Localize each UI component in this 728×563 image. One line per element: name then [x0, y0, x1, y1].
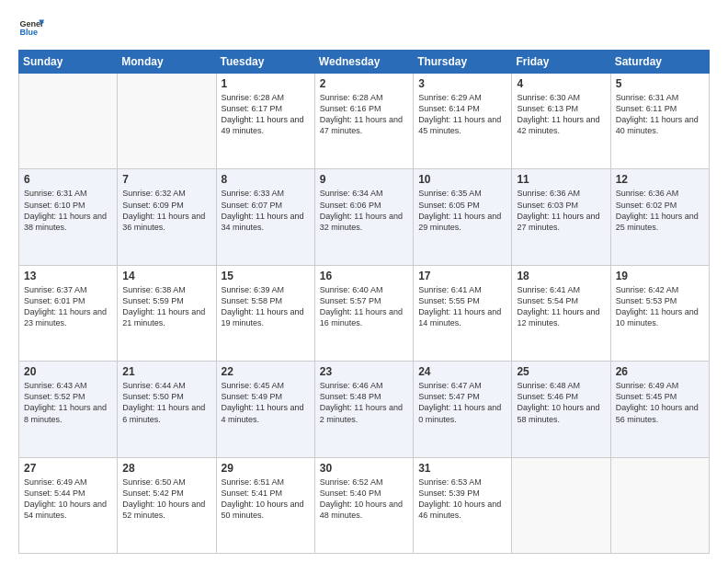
day-number: 23: [320, 365, 408, 378]
day-number: 16: [320, 270, 408, 282]
calendar-cell: 7Sunrise: 6:32 AM Sunset: 6:09 PM Daylig…: [118, 169, 216, 265]
calendar-cell: 17Sunrise: 6:41 AM Sunset: 5:55 PM Dayli…: [414, 265, 512, 361]
day-number: 15: [222, 270, 310, 282]
day-number: 20: [24, 365, 112, 378]
calendar-table: SundayMondayTuesdayWednesdayThursdayFrid…: [18, 50, 710, 554]
calendar-cell: 5Sunrise: 6:31 AM Sunset: 6:11 PM Daylig…: [610, 74, 709, 169]
cell-info: Sunrise: 6:51 AM Sunset: 5:41 PM Dayligh…: [222, 477, 310, 522]
day-number: 10: [418, 173, 506, 186]
calendar-week-row: 20Sunrise: 6:43 AM Sunset: 5:52 PM Dayli…: [19, 362, 710, 457]
day-number: 18: [517, 270, 605, 282]
cell-info: Sunrise: 6:41 AM Sunset: 5:55 PM Dayligh…: [418, 284, 506, 329]
cell-info: Sunrise: 6:28 AM Sunset: 6:16 PM Dayligh…: [320, 92, 408, 137]
col-header-wednesday: Wednesday: [314, 51, 413, 74]
col-header-tuesday: Tuesday: [216, 51, 314, 74]
col-header-sunday: Sunday: [19, 51, 118, 74]
cell-info: Sunrise: 6:28 AM Sunset: 6:17 PM Dayligh…: [222, 92, 310, 137]
cell-info: Sunrise: 6:48 AM Sunset: 5:46 PM Dayligh…: [517, 380, 605, 425]
day-number: 26: [616, 365, 704, 378]
cell-info: Sunrise: 6:29 AM Sunset: 6:14 PM Dayligh…: [418, 92, 506, 137]
cell-info: Sunrise: 6:41 AM Sunset: 5:54 PM Dayligh…: [517, 284, 605, 329]
day-number: 24: [418, 365, 506, 378]
cell-info: Sunrise: 6:49 AM Sunset: 5:44 PM Dayligh…: [24, 477, 112, 522]
calendar-cell: 27Sunrise: 6:49 AM Sunset: 5:44 PM Dayli…: [19, 457, 118, 553]
calendar-cell: 9Sunrise: 6:34 AM Sunset: 6:06 PM Daylig…: [314, 169, 413, 265]
cell-info: Sunrise: 6:37 AM Sunset: 6:01 PM Dayligh…: [24, 284, 112, 329]
calendar-week-row: 13Sunrise: 6:37 AM Sunset: 6:01 PM Dayli…: [19, 265, 710, 361]
calendar-cell: 23Sunrise: 6:46 AM Sunset: 5:48 PM Dayli…: [314, 362, 413, 457]
day-number: 19: [616, 270, 704, 282]
cell-info: Sunrise: 6:49 AM Sunset: 5:45 PM Dayligh…: [616, 380, 704, 425]
cell-info: Sunrise: 6:45 AM Sunset: 5:49 PM Dayligh…: [222, 380, 310, 425]
cell-info: Sunrise: 6:47 AM Sunset: 5:47 PM Dayligh…: [418, 380, 506, 425]
cell-info: Sunrise: 6:44 AM Sunset: 5:50 PM Dayligh…: [122, 380, 210, 425]
calendar-cell: 13Sunrise: 6:37 AM Sunset: 6:01 PM Dayli…: [19, 265, 118, 361]
cell-info: Sunrise: 6:31 AM Sunset: 6:11 PM Dayligh…: [616, 92, 704, 137]
calendar-cell: 26Sunrise: 6:49 AM Sunset: 5:45 PM Dayli…: [610, 362, 709, 457]
day-number: 21: [122, 365, 210, 378]
day-number: 4: [517, 77, 605, 90]
calendar-header-row: SundayMondayTuesdayWednesdayThursdayFrid…: [19, 51, 710, 74]
logo-icon: General Blue: [18, 15, 44, 40]
calendar-cell: 6Sunrise: 6:31 AM Sunset: 6:10 PM Daylig…: [19, 169, 118, 265]
calendar-cell: 11Sunrise: 6:36 AM Sunset: 6:03 PM Dayli…: [512, 169, 610, 265]
calendar-cell: 25Sunrise: 6:48 AM Sunset: 5:46 PM Dayli…: [512, 362, 610, 457]
logo: General Blue: [18, 15, 48, 40]
calendar-cell: 24Sunrise: 6:47 AM Sunset: 5:47 PM Dayli…: [414, 362, 512, 457]
cell-info: Sunrise: 6:35 AM Sunset: 6:05 PM Dayligh…: [418, 188, 506, 233]
cell-info: Sunrise: 6:31 AM Sunset: 6:10 PM Dayligh…: [24, 188, 112, 233]
cell-info: Sunrise: 6:38 AM Sunset: 5:59 PM Dayligh…: [122, 284, 210, 329]
day-number: 13: [24, 270, 112, 282]
calendar-cell: 10Sunrise: 6:35 AM Sunset: 6:05 PM Dayli…: [414, 169, 512, 265]
calendar-cell: 8Sunrise: 6:33 AM Sunset: 6:07 PM Daylig…: [216, 169, 314, 265]
calendar-cell: 31Sunrise: 6:53 AM Sunset: 5:39 PM Dayli…: [414, 457, 512, 553]
calendar-cell: [512, 457, 610, 553]
cell-info: Sunrise: 6:30 AM Sunset: 6:13 PM Dayligh…: [517, 92, 605, 137]
cell-info: Sunrise: 6:52 AM Sunset: 5:40 PM Dayligh…: [320, 477, 408, 522]
col-header-monday: Monday: [118, 51, 216, 74]
cell-info: Sunrise: 6:36 AM Sunset: 6:03 PM Dayligh…: [517, 188, 605, 233]
calendar-cell: [19, 74, 118, 169]
day-number: 3: [418, 77, 506, 90]
calendar-cell: 19Sunrise: 6:42 AM Sunset: 5:53 PM Dayli…: [610, 265, 709, 361]
cell-info: Sunrise: 6:36 AM Sunset: 6:02 PM Dayligh…: [616, 188, 704, 233]
calendar-week-row: 6Sunrise: 6:31 AM Sunset: 6:10 PM Daylig…: [19, 169, 710, 265]
cell-info: Sunrise: 6:39 AM Sunset: 5:58 PM Dayligh…: [222, 284, 310, 329]
cell-info: Sunrise: 6:43 AM Sunset: 5:52 PM Dayligh…: [24, 380, 112, 425]
col-header-thursday: Thursday: [414, 51, 512, 74]
cell-info: Sunrise: 6:40 AM Sunset: 5:57 PM Dayligh…: [320, 284, 408, 329]
calendar-week-row: 1Sunrise: 6:28 AM Sunset: 6:17 PM Daylig…: [19, 74, 710, 169]
day-number: 31: [418, 462, 506, 475]
calendar-cell: 18Sunrise: 6:41 AM Sunset: 5:54 PM Dayli…: [512, 265, 610, 361]
calendar-cell: 28Sunrise: 6:50 AM Sunset: 5:42 PM Dayli…: [118, 457, 216, 553]
day-number: 12: [616, 173, 704, 186]
cell-info: Sunrise: 6:34 AM Sunset: 6:06 PM Dayligh…: [320, 188, 408, 233]
cell-info: Sunrise: 6:53 AM Sunset: 5:39 PM Dayligh…: [418, 477, 506, 522]
calendar-cell: [610, 457, 709, 553]
calendar-cell: 12Sunrise: 6:36 AM Sunset: 6:02 PM Dayli…: [610, 169, 709, 265]
cell-info: Sunrise: 6:33 AM Sunset: 6:07 PM Dayligh…: [222, 188, 310, 233]
day-number: 29: [222, 462, 310, 475]
calendar-cell: 20Sunrise: 6:43 AM Sunset: 5:52 PM Dayli…: [19, 362, 118, 457]
calendar-cell: [118, 74, 216, 169]
calendar-cell: 30Sunrise: 6:52 AM Sunset: 5:40 PM Dayli…: [314, 457, 413, 553]
day-number: 1: [222, 77, 310, 90]
calendar-cell: 21Sunrise: 6:44 AM Sunset: 5:50 PM Dayli…: [118, 362, 216, 457]
calendar-week-row: 27Sunrise: 6:49 AM Sunset: 5:44 PM Dayli…: [19, 457, 710, 553]
cell-info: Sunrise: 6:42 AM Sunset: 5:53 PM Dayligh…: [616, 284, 704, 329]
calendar-cell: 29Sunrise: 6:51 AM Sunset: 5:41 PM Dayli…: [216, 457, 314, 553]
svg-text:Blue: Blue: [19, 28, 38, 37]
calendar-cell: 22Sunrise: 6:45 AM Sunset: 5:49 PM Dayli…: [216, 362, 314, 457]
day-number: 8: [222, 173, 310, 186]
day-number: 30: [320, 462, 408, 475]
page: General Blue SundayMondayTuesdayWednesda…: [0, 0, 728, 563]
cell-info: Sunrise: 6:46 AM Sunset: 5:48 PM Dayligh…: [320, 380, 408, 425]
day-number: 7: [122, 173, 210, 186]
calendar-cell: 16Sunrise: 6:40 AM Sunset: 5:57 PM Dayli…: [314, 265, 413, 361]
cell-info: Sunrise: 6:50 AM Sunset: 5:42 PM Dayligh…: [122, 477, 210, 522]
cell-info: Sunrise: 6:32 AM Sunset: 6:09 PM Dayligh…: [122, 188, 210, 233]
header: General Blue: [18, 15, 710, 40]
day-number: 9: [320, 173, 408, 186]
day-number: 2: [320, 77, 408, 90]
col-header-saturday: Saturday: [610, 51, 709, 74]
